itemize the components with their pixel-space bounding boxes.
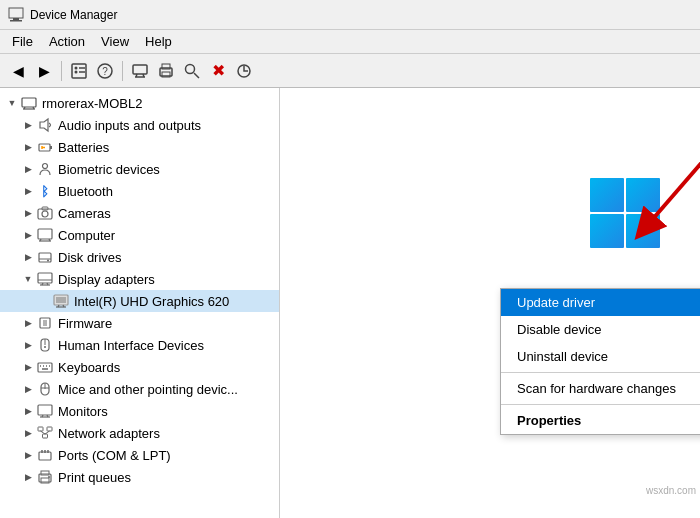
svg-rect-75 — [39, 452, 51, 460]
label-diskdrives: Disk drives — [58, 250, 122, 265]
svg-line-18 — [194, 73, 199, 78]
toolbar-btn-delete[interactable]: ✖ — [206, 59, 230, 83]
toolbar-btn-properties[interactable] — [67, 59, 91, 83]
tree-item-cameras[interactable]: ▶ Cameras — [0, 202, 279, 224]
label-bluetooth: Bluetooth — [58, 184, 113, 199]
label-displayadapters: Display adapters — [58, 272, 155, 287]
expand-biometric[interactable]: ▶ — [20, 161, 36, 177]
icon-root — [20, 94, 38, 112]
label-ports: Ports (COM & LPT) — [58, 448, 171, 463]
context-menu-properties[interactable]: Properties — [501, 407, 700, 434]
svg-rect-0 — [9, 8, 23, 18]
label-monitors: Monitors — [58, 404, 108, 419]
expand-hid[interactable]: ▶ — [20, 337, 36, 353]
label-root: rmorerax-MOBL2 — [42, 96, 142, 111]
expand-ports[interactable]: ▶ — [20, 447, 36, 463]
icon-firmware — [36, 314, 54, 332]
menu-view[interactable]: View — [93, 32, 137, 51]
icon-audio — [36, 116, 54, 134]
tree-item-computer[interactable]: ▶ Computer — [0, 224, 279, 246]
svg-rect-37 — [39, 253, 51, 262]
title-bar-text: Device Manager — [30, 8, 117, 22]
tree-item-displayadapters[interactable]: ▼ Display adapters — [0, 268, 279, 290]
svg-rect-26 — [50, 146, 52, 149]
tree-item-intelhd[interactable]: Intel(R) UHD Graphics 620 — [0, 290, 279, 312]
tree-item-diskdrives[interactable]: ▶ Disk drives — [0, 246, 279, 268]
context-menu-disable[interactable]: Disable device — [501, 316, 700, 343]
icon-ports — [36, 446, 54, 464]
expand-cameras[interactable]: ▶ — [20, 205, 36, 221]
tree-item-hid[interactable]: ▶ Human Interface Devices — [0, 334, 279, 356]
toolbar-sep-2 — [122, 61, 123, 81]
watermark: wsxdn.com — [646, 485, 696, 496]
svg-rect-3 — [72, 64, 86, 78]
expand-mice[interactable]: ▶ — [20, 381, 36, 397]
context-menu: Update driver Disable device Uninstall d… — [500, 288, 700, 435]
label-batteries: Batteries — [58, 140, 109, 155]
svg-rect-71 — [47, 427, 52, 431]
toolbar-back[interactable]: ◀ — [6, 59, 30, 83]
svg-point-17 — [186, 64, 195, 73]
expand-monitors[interactable]: ▶ — [20, 403, 36, 419]
expand-displayadapters[interactable]: ▼ — [20, 271, 36, 287]
menu-action[interactable]: Action — [41, 32, 93, 51]
toolbar-btn-refresh[interactable] — [232, 59, 256, 83]
toolbar-btn-help[interactable]: ? — [93, 59, 117, 83]
expand-print[interactable]: ▶ — [20, 469, 36, 485]
context-menu-sep2 — [501, 404, 700, 405]
expand-computer[interactable]: ▶ — [20, 227, 36, 243]
label-mice: Mice and other pointing devic... — [58, 382, 238, 397]
expand-keyboards[interactable]: ▶ — [20, 359, 36, 375]
toolbar: ◀ ▶ ? — [0, 54, 700, 88]
windows-logo — [590, 178, 660, 248]
icon-network — [36, 424, 54, 442]
tree-item-print[interactable]: ▶ Print queues — [0, 466, 279, 488]
icon-displayadapters — [36, 270, 54, 288]
expand-network[interactable]: ▶ — [20, 425, 36, 441]
icon-computer — [36, 226, 54, 244]
label-hid: Human Interface Devices — [58, 338, 204, 353]
svg-rect-57 — [38, 363, 52, 372]
tree-item-mice[interactable]: ▶ Mice and other pointing devic... — [0, 378, 279, 400]
expand-audio[interactable]: ▶ — [20, 117, 36, 133]
expand-root[interactable]: ▼ — [4, 95, 20, 111]
title-bar: Device Manager — [0, 0, 700, 30]
expand-batteries[interactable]: ▶ — [20, 139, 36, 155]
tree-item-ports[interactable]: ▶ Ports (COM & LPT) — [0, 444, 279, 466]
label-intelhd: Intel(R) UHD Graphics 620 — [74, 294, 229, 309]
menu-help[interactable]: Help — [137, 32, 180, 51]
svg-point-82 — [48, 476, 50, 478]
tree-item-monitors[interactable]: ▶ Monitors — [0, 400, 279, 422]
icon-batteries — [36, 138, 54, 156]
context-menu-scan[interactable]: Scan for hardware changes — [501, 375, 700, 402]
tree-item-bluetooth[interactable]: ▶ ᛒ Bluetooth — [0, 180, 279, 202]
toolbar-forward[interactable]: ▶ — [32, 59, 56, 83]
tree-item-keyboards[interactable]: ▶ Keyboards — [0, 356, 279, 378]
expand-firmware[interactable]: ▶ — [20, 315, 36, 331]
svg-rect-20 — [22, 98, 36, 107]
tree-item-batteries[interactable]: ▶ Batteries — [0, 136, 279, 158]
tree-item-biometric[interactable]: ▶ Biometric devices — [0, 158, 279, 180]
toolbar-btn-computer[interactable] — [128, 59, 152, 83]
tree-item-network[interactable]: ▶ Network adapters — [0, 422, 279, 444]
svg-rect-10 — [133, 65, 147, 74]
icon-keyboards — [36, 358, 54, 376]
expand-diskdrives[interactable]: ▶ — [20, 249, 36, 265]
context-menu-uninstall[interactable]: Uninstall device — [501, 343, 700, 370]
icon-bluetooth: ᛒ — [36, 182, 54, 200]
tree-item-root[interactable]: ▼ rmorerax-MOBL2 — [0, 92, 279, 114]
label-cameras: Cameras — [58, 206, 111, 221]
menu-file[interactable]: File — [4, 32, 41, 51]
expand-bluetooth[interactable]: ▶ — [20, 183, 36, 199]
svg-point-56 — [44, 346, 46, 348]
svg-point-29 — [43, 164, 48, 169]
svg-point-31 — [42, 211, 48, 217]
tree-item-firmware[interactable]: ▶ Firmware — [0, 312, 279, 334]
svg-point-6 — [75, 70, 78, 73]
toolbar-sep-1 — [61, 61, 62, 81]
icon-hid — [36, 336, 54, 354]
toolbar-btn-printer[interactable] — [154, 59, 178, 83]
context-menu-update[interactable]: Update driver — [501, 289, 700, 316]
toolbar-btn-search[interactable] — [180, 59, 204, 83]
tree-item-audio[interactable]: ▶ Audio inputs and outputs — [0, 114, 279, 136]
